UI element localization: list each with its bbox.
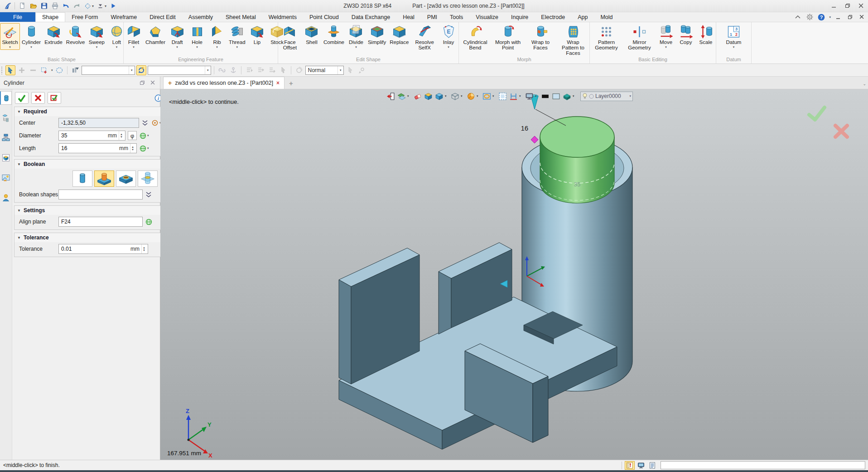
panel-close-icon[interactable]: [149, 79, 157, 87]
ribbon-button-pattern-geometry[interactable]: Pattern Geometry: [590, 23, 623, 51]
pick-cursor-icon[interactable]: [278, 65, 288, 75]
dropdown-icon[interactable]: ▾: [236, 45, 238, 49]
cursor-2-icon[interactable]: [345, 65, 355, 75]
combobox-dropdown-icon[interactable]: ▾: [205, 66, 211, 74]
ribbon-button-move[interactable]: Move▾: [656, 23, 676, 50]
dropdown-icon[interactable]: ▾: [216, 45, 218, 49]
menu-tab-shape[interactable]: Shape: [35, 12, 65, 22]
document-tab[interactable]: + zw3d vs creo lesson one.Z3 - [Part002]…: [163, 77, 285, 89]
dropdown-icon[interactable]: ▾: [96, 45, 98, 49]
view-plane-icon[interactable]: [396, 91, 406, 101]
layer-dropdown-icon[interactable]: ▾: [629, 94, 631, 98]
doc-close-icon[interactable]: [858, 13, 866, 21]
ribbon-button-hole[interactable]: Hole▾: [187, 23, 207, 50]
ribbon-button-face-offset[interactable]: Face Offset: [278, 23, 302, 51]
command-input[interactable]: [661, 461, 865, 469]
panel-strip-manager-tree-icon[interactable]: [0, 111, 12, 125]
length-spinner[interactable]: ▲▼: [130, 144, 135, 153]
undo-icon[interactable]: [61, 1, 71, 10]
combobox-dropdown-icon[interactable]: ▾: [338, 66, 343, 74]
ribbon-button-shell[interactable]: Shell: [302, 23, 322, 50]
diameter-expression-dropdown-icon[interactable]: ▾: [147, 134, 149, 137]
section-view-icon[interactable]: [466, 91, 476, 101]
dropdown-icon[interactable]: ▾: [665, 45, 667, 49]
help-dropdown-icon[interactable]: ▾: [829, 15, 831, 19]
constraint-display-dropdown-icon[interactable]: ▾: [519, 94, 523, 98]
section-boolean-header[interactable]: ▼Boolean: [14, 160, 163, 169]
menu-tab-tools[interactable]: Tools: [444, 12, 469, 22]
center-input[interactable]: -1,32.5,50: [58, 118, 139, 128]
blue-swatch-icon[interactable]: [551, 91, 561, 101]
ribbon-button-sweep[interactable]: Sweep▾: [87, 23, 106, 50]
menu-tab-assembly[interactable]: Assembly: [182, 12, 219, 22]
diameter-expression-icon[interactable]: [139, 131, 147, 140]
list-top-icon[interactable]: [244, 65, 254, 75]
ribbon-button-cylinder[interactable]: Cylinder▾: [20, 23, 43, 50]
tolerance-input[interactable]: 0.01mm▲▼: [58, 244, 148, 254]
menu-tab-file[interactable]: File: [0, 12, 35, 22]
menu-tab-pmi[interactable]: PMI: [421, 12, 444, 22]
collapse-ribbon-icon[interactable]: [794, 13, 802, 21]
entity-combobox[interactable]: ▾: [148, 66, 211, 75]
model-3d[interactable]: 35 16: [160, 89, 868, 460]
boolean-base-button[interactable]: [72, 170, 92, 187]
doc-restore-icon[interactable]: [846, 13, 854, 21]
new-tab-button[interactable]: +: [285, 79, 298, 89]
viewport[interactable]: 35 16: [160, 89, 868, 460]
gear-icon[interactable]: [805, 13, 814, 21]
ribbon-button-wrap-pattern-to-faces[interactable]: Wrap Pattern to Faces: [557, 23, 589, 57]
help-icon[interactable]: ?: [817, 13, 825, 21]
render-mode-dropdown-icon[interactable]: ▾: [573, 94, 577, 98]
view-plane-dropdown-icon[interactable]: ▾: [407, 94, 411, 98]
combobox-dropdown-icon[interactable]: ▾: [129, 66, 135, 74]
ribbon-button-morph-with-point[interactable]: Morph with Point: [492, 23, 524, 51]
selector-icon[interactable]: [82, 1, 92, 10]
monitor-display-icon[interactable]: [524, 91, 534, 101]
ribbon-button-divide[interactable]: Divide▾: [346, 23, 366, 50]
ribbon-button-inlay[interactable]: EInlay▾: [439, 23, 458, 50]
constraint-display-icon[interactable]: [508, 91, 518, 101]
shaded-display-icon[interactable]: [434, 91, 444, 101]
select-cursor-icon[interactable]: [5, 65, 15, 75]
menu-tab-direct-edit[interactable]: Direct Edit: [143, 12, 182, 22]
confirm-check-icon[interactable]: [809, 107, 825, 120]
align-expression-icon[interactable]: [145, 218, 153, 226]
dropdown-icon[interactable]: ▾: [196, 45, 198, 49]
black-swatch-icon[interactable]: [540, 91, 550, 101]
circle-display-icon[interactable]: [482, 91, 492, 101]
menu-tab-app[interactable]: App: [571, 12, 594, 22]
section-settings-header[interactable]: ▼Settings: [14, 206, 163, 215]
boolean-add-button[interactable]: [94, 170, 114, 187]
list-bottom-icon[interactable]: [267, 65, 277, 75]
drag-diamond-handle[interactable]: [531, 136, 538, 143]
length-input[interactable]: 16mm▲▼: [58, 143, 137, 153]
ribbon-button-draft[interactable]: Draft▾: [167, 23, 187, 50]
panel-strip-history-icon[interactable]: [0, 131, 12, 145]
selector-dropdown-icon[interactable]: ▾: [92, 4, 94, 8]
ribbon-button-rib[interactable]: Rib▾: [207, 23, 227, 50]
boolean-intersect-button[interactable]: [138, 170, 158, 187]
boolean-remove-button[interactable]: [116, 170, 136, 187]
tolerance-spinner[interactable]: ▲▼: [141, 244, 146, 253]
link-icon[interactable]: [217, 65, 227, 75]
diameter-spinner[interactable]: ▲▼: [119, 131, 124, 140]
dropdown-icon[interactable]: ▾: [116, 45, 118, 49]
close-button[interactable]: [854, 1, 868, 10]
ribbon-button-extrude[interactable]: Extrude: [43, 23, 64, 50]
dropdown-icon[interactable]: ▾: [448, 45, 449, 49]
ribbon-button-scale[interactable]: Scale: [696, 23, 716, 50]
menu-tab-electrode[interactable]: Electrode: [535, 12, 571, 22]
ribbon-button-thread[interactable]: Thread▾: [227, 23, 247, 50]
app-logo-icon[interactable]: [2, 1, 12, 10]
wireframe-display-dropdown-icon[interactable]: ▾: [461, 94, 465, 98]
render-mode-icon[interactable]: [562, 91, 572, 101]
ribbon-button-combine[interactable]: Combine: [322, 23, 346, 50]
filter-icon[interactable]: [70, 65, 80, 75]
menu-tab-wireframe[interactable]: Wireframe: [105, 12, 144, 22]
add-select-icon[interactable]: [17, 65, 27, 75]
doc-minimize-icon[interactable]: [834, 13, 843, 21]
section-tolerance-header[interactable]: ▼Tolerance: [14, 233, 163, 242]
ribbon-button-wrap-to-faces[interactable]: Wrap to Faces: [524, 23, 557, 51]
panel-strip-visual-manager-icon[interactable]: [0, 151, 12, 165]
ribbon-button-lip[interactable]: Lip: [247, 23, 267, 50]
